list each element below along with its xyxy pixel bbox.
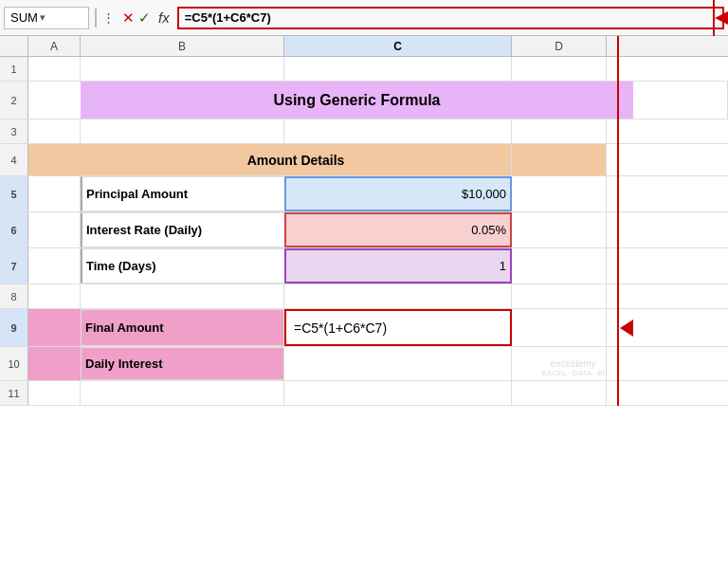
row-num-4: 4 bbox=[0, 144, 28, 175]
row-2: 2 Using Generic Formula bbox=[0, 82, 728, 119]
column-headers: A B C D bbox=[0, 36, 728, 57]
cell-d11[interactable] bbox=[512, 381, 607, 405]
cell-a11[interactable] bbox=[28, 381, 81, 405]
row-11: 11 bbox=[0, 381, 728, 406]
arrow-left-formula bbox=[715, 11, 728, 25]
cell-c1[interactable] bbox=[284, 57, 512, 81]
cell-a4[interactable] bbox=[28, 144, 81, 175]
cell-d2[interactable] bbox=[633, 82, 728, 119]
cell-d7[interactable] bbox=[512, 248, 607, 284]
name-box[interactable]: SUM ▾ bbox=[4, 7, 89, 29]
cancel-icon[interactable]: ✕ bbox=[122, 9, 135, 27]
row-4: 4 Amount Details bbox=[0, 144, 728, 176]
row-num-10: 10 bbox=[0, 347, 28, 380]
row-9: 9 Final Amount =C5*(1+C6*C7) bbox=[0, 309, 728, 347]
cell-b10[interactable]: Daily Interest bbox=[81, 347, 284, 380]
row-3: 3 bbox=[0, 119, 728, 144]
cell-c3[interactable] bbox=[284, 119, 512, 143]
row-8: 8 bbox=[0, 284, 728, 309]
cell-a1[interactable] bbox=[28, 57, 81, 81]
cell-d8[interactable] bbox=[512, 284, 607, 308]
formula-text: =C5*(1+C6*C7) bbox=[185, 10, 271, 25]
name-box-arrow[interactable]: ▾ bbox=[40, 11, 46, 24]
cell-c10[interactable] bbox=[284, 347, 512, 380]
cell-title-merged: Using Generic Formula bbox=[81, 82, 633, 119]
fx-label: fx bbox=[158, 9, 170, 26]
cell-d4[interactable] bbox=[512, 144, 607, 175]
cell-d3[interactable] bbox=[512, 119, 607, 143]
confirm-icon[interactable]: ✓ bbox=[138, 9, 151, 27]
formula-bar: SUM ▾ ⋮ ✕ ✓ fx =C5*(1+C6*C7) bbox=[0, 0, 728, 36]
cell-b1[interactable] bbox=[81, 57, 284, 81]
cell-b9[interactable]: Final Amount bbox=[81, 309, 284, 346]
col-header-b: B bbox=[81, 36, 284, 56]
col-header-c: C bbox=[284, 36, 512, 56]
cell-d6[interactable] bbox=[512, 212, 607, 247]
cell-d1[interactable] bbox=[512, 57, 607, 81]
cell-a3[interactable] bbox=[28, 119, 81, 143]
cell-a9[interactable] bbox=[28, 309, 81, 346]
col-header-d: D bbox=[512, 36, 607, 56]
row-num-1: 1 bbox=[0, 57, 28, 81]
cell-a8[interactable] bbox=[28, 284, 81, 308]
formula-bar-dots[interactable]: ⋮ bbox=[102, 10, 115, 25]
row-num-11: 11 bbox=[0, 381, 28, 405]
cell-c11[interactable] bbox=[284, 381, 512, 405]
cell-b11[interactable] bbox=[81, 381, 284, 405]
spreadsheet: A B C D 1 2 Using Generic Formula 3 bbox=[0, 36, 728, 406]
cell-d5[interactable] bbox=[512, 176, 607, 211]
cell-a2[interactable] bbox=[28, 82, 81, 119]
formula-bar-icons: ✕ ✓ bbox=[122, 9, 151, 27]
cell-b7[interactable]: Time (Days) bbox=[81, 248, 284, 284]
row-6: 6 Interest Rate (Daily) 0.05% bbox=[0, 212, 728, 248]
row-5: 5 Principal Amount $10,000 bbox=[0, 176, 728, 212]
row-10: 10 Daily Interest bbox=[0, 347, 728, 381]
cell-c6[interactable]: 0.05% bbox=[284, 212, 512, 247]
cell-c9[interactable]: =C5*(1+C6*C7) bbox=[284, 309, 512, 346]
row-num-5: 5 bbox=[0, 176, 28, 211]
formula-display: =C5*(1+C6*C7) bbox=[294, 320, 387, 336]
watermark: exceldemy EXCEL · DATA · BI bbox=[541, 358, 605, 377]
formula-input[interactable]: =C5*(1+C6*C7) bbox=[177, 7, 724, 29]
name-box-value: SUM bbox=[10, 10, 38, 25]
cell-c7[interactable]: 1 bbox=[284, 248, 512, 284]
cell-a5[interactable] bbox=[28, 176, 81, 211]
col-header-a: A bbox=[28, 36, 81, 56]
formula-arrow-indicator bbox=[711, 0, 728, 36]
row-num-9: 9 bbox=[0, 309, 28, 346]
cell-b8[interactable] bbox=[81, 284, 284, 308]
row-num-8: 8 bbox=[0, 284, 28, 308]
row-num-3: 3 bbox=[0, 119, 28, 143]
arrow-cell-c9 bbox=[620, 320, 633, 337]
cell-amount-details-header: Amount Details bbox=[81, 144, 512, 175]
corner-cell bbox=[0, 36, 28, 56]
cell-a7[interactable] bbox=[28, 248, 81, 284]
row-num-2: 2 bbox=[0, 82, 28, 119]
row-num-7: 7 bbox=[0, 248, 28, 284]
cell-a6[interactable] bbox=[28, 212, 81, 247]
cell-c5[interactable]: $10,000 bbox=[284, 176, 512, 211]
cell-d9[interactable] bbox=[512, 309, 607, 346]
cell-a10[interactable] bbox=[28, 347, 81, 380]
formula-bar-divider bbox=[95, 9, 97, 27]
cell-b6[interactable]: Interest Rate (Daily) bbox=[81, 212, 284, 247]
cell-c8[interactable] bbox=[284, 284, 512, 308]
row-7: 7 Time (Days) 1 bbox=[0, 248, 728, 284]
row-num-6: 6 bbox=[0, 212, 28, 247]
row-1: 1 bbox=[0, 57, 728, 82]
cell-b3[interactable] bbox=[81, 119, 284, 143]
cell-b5[interactable]: Principal Amount bbox=[81, 176, 284, 211]
